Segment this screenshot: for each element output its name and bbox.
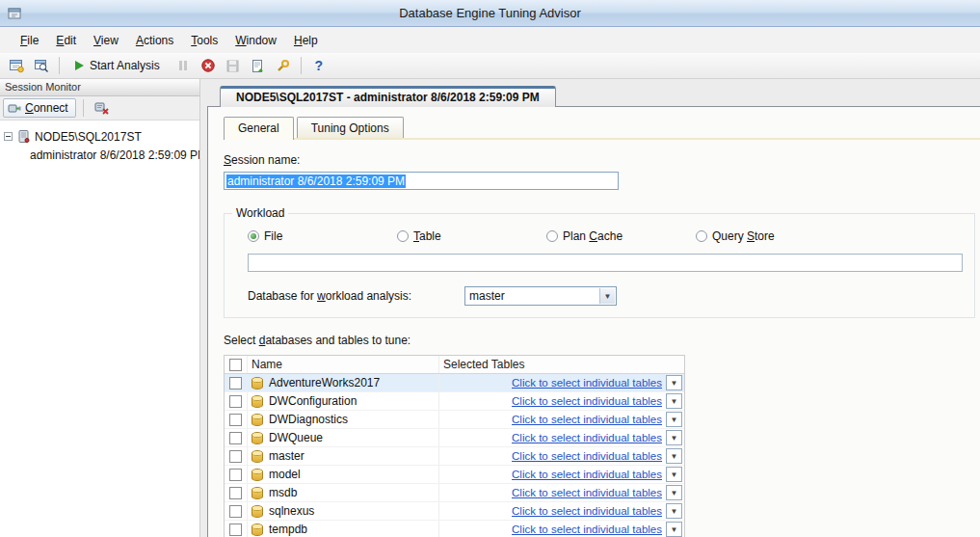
menu-file[interactable]: File	[12, 29, 47, 52]
new-session-button[interactable]	[5, 55, 28, 77]
table-row[interactable]: DWQueueClick to select individual tables…	[225, 429, 684, 447]
workload-file-input[interactable]	[248, 254, 963, 272]
menu-tools[interactable]: Tools	[182, 29, 226, 52]
database-icon	[252, 450, 263, 463]
table-row[interactable]: tempdbClick to select individual tables▼	[225, 521, 684, 537]
import-workload-button[interactable]	[247, 55, 270, 77]
tuning-properties-button[interactable]	[272, 55, 295, 77]
checkbox-cell	[225, 484, 248, 501]
checkbox-cell	[225, 447, 248, 465]
selected-tables-cell: Click to select individual tables▼	[439, 484, 684, 501]
workload-option-table[interactable]: Table	[397, 229, 546, 243]
name-cell: AdventureWorks2017	[248, 374, 439, 391]
open-session-button[interactable]	[30, 55, 53, 77]
table-row[interactable]: modelClick to select individual tables▼	[225, 466, 684, 484]
session-editor-area: NODE5\SQL2017ST - administrator 8/6/2018…	[200, 79, 980, 537]
toolbar-separator	[83, 99, 84, 117]
table-row[interactable]: sqlnexusClick to select individual table…	[225, 502, 684, 521]
row-checkbox[interactable]	[229, 469, 242, 481]
session-name-input[interactable]: administrator 8/6/2018 2:59:09 PM	[224, 172, 619, 190]
disconnect-button[interactable]	[91, 98, 114, 119]
select-tables-link[interactable]: Click to select individual tables	[512, 377, 662, 389]
row-checkbox[interactable]	[229, 377, 242, 389]
selected-tables-cell: Click to select individual tables▼	[439, 466, 684, 483]
workload-group-label: Workload	[232, 206, 288, 220]
row-checkbox[interactable]	[229, 524, 242, 536]
tables-dropdown-button[interactable]: ▼	[666, 467, 682, 482]
table-row[interactable]: AdventureWorks2017Click to select indivi…	[225, 374, 684, 392]
tables-dropdown-button[interactable]: ▼	[666, 448, 682, 464]
select-tables-link[interactable]: Click to select individual tables	[512, 432, 662, 443]
database-combo-value: master	[469, 289, 505, 303]
table-row[interactable]: DWConfigurationClick to select individua…	[225, 392, 684, 411]
select-tables-link[interactable]: Click to select individual tables	[512, 487, 662, 498]
menu-actions[interactable]: Actions	[127, 29, 182, 52]
row-checkbox[interactable]	[229, 487, 242, 499]
select-tables-link[interactable]: Click to select individual tables	[512, 524, 662, 535]
tree-node-server[interactable]: NODE5\SQL2017ST	[0, 127, 199, 146]
name-cell: model	[248, 466, 439, 483]
select-tables-link[interactable]: Click to select individual tables	[512, 469, 662, 480]
select-tables-link[interactable]: Click to select individual tables	[512, 450, 662, 462]
connect-button[interactable]: Connect	[3, 98, 76, 118]
tab-tuning-options[interactable]: Tuning Options	[297, 117, 404, 138]
menu-help[interactable]: Help	[285, 29, 327, 52]
database-name: tempdb	[269, 523, 307, 536]
disconnect-icon	[94, 101, 109, 115]
session-monitor-header: Session Monitor	[0, 79, 199, 96]
workload-option-plan-cache[interactable]: Plan Cache	[546, 229, 696, 243]
tables-dropdown-button[interactable]: ▼	[666, 412, 682, 427]
row-checkbox[interactable]	[229, 432, 242, 444]
table-row[interactable]: msdbClick to select individual tables▼	[225, 484, 684, 502]
tables-dropdown-button[interactable]: ▼	[666, 393, 682, 409]
database-name: model	[269, 468, 301, 481]
app-icon	[7, 6, 22, 21]
save-icon	[225, 59, 240, 73]
database-combo[interactable]: master ▼	[464, 286, 617, 306]
radio-label: Table	[413, 229, 441, 243]
connect-label: Connect	[25, 101, 68, 115]
selected-tables-header-cell[interactable]: Selected Tables	[439, 356, 684, 373]
stop-analysis-button[interactable]	[197, 55, 220, 77]
select-tables-link[interactable]: Click to select individual tables	[512, 395, 662, 407]
name-cell: DWQueue	[248, 429, 439, 446]
help-button[interactable]: ?	[307, 55, 331, 77]
select-tables-link[interactable]: Click to select individual tables	[512, 414, 662, 425]
pause-analysis-button[interactable]	[172, 55, 195, 77]
select-all-checkbox[interactable]	[229, 359, 242, 371]
row-checkbox[interactable]	[229, 450, 242, 463]
workload-option-query-store[interactable]: Query Store	[696, 229, 845, 243]
row-checkbox[interactable]	[229, 414, 242, 426]
start-analysis-button[interactable]: Start Analysis	[66, 55, 170, 77]
checkbox-cell	[225, 374, 248, 391]
database-icon	[252, 432, 263, 444]
tree-server-label: NODE5\SQL2017ST	[35, 130, 142, 144]
document-tab-row: NODE5\SQL2017ST - administrator 8/6/2018…	[207, 86, 980, 106]
open-session-icon	[34, 58, 49, 73]
stop-icon	[200, 58, 216, 73]
menu-view[interactable]: View	[85, 29, 127, 52]
tables-dropdown-button[interactable]: ▼	[666, 430, 682, 445]
name-header-cell[interactable]: Name	[248, 356, 439, 373]
workload-option-file[interactable]: File	[248, 229, 397, 243]
toolbar-separator	[59, 57, 60, 74]
select-tables-link[interactable]: Click to select individual tables	[512, 505, 662, 517]
radio-icon	[546, 230, 558, 242]
tables-dropdown-button[interactable]: ▼	[666, 485, 682, 500]
row-checkbox[interactable]	[229, 395, 242, 408]
session-document-tab[interactable]: NODE5\SQL2017ST - administrator 8/6/2018…	[220, 86, 556, 107]
tree-node-session[interactable]: administrator 8/6/2018 2:59:09 PM	[0, 146, 199, 164]
tables-dropdown-button[interactable]: ▼	[666, 375, 682, 390]
tables-dropdown-button[interactable]: ▼	[666, 503, 682, 519]
menu-edit[interactable]: Edit	[47, 29, 85, 52]
chevron-down-icon[interactable]: ▼	[599, 288, 615, 304]
save-recommendations-button[interactable]	[222, 55, 245, 77]
collapse-expander-icon[interactable]	[4, 132, 13, 141]
table-row[interactable]: masterClick to select individual tables▼	[225, 447, 684, 466]
tables-dropdown-button[interactable]: ▼	[666, 522, 682, 537]
table-row[interactable]: DWDiagnosticsClick to select individual …	[225, 411, 684, 429]
selected-tables-cell: Click to select individual tables▼	[439, 447, 684, 465]
tab-general[interactable]: General	[224, 117, 294, 140]
row-checkbox[interactable]	[229, 505, 242, 518]
menu-window[interactable]: Window	[226, 29, 285, 52]
